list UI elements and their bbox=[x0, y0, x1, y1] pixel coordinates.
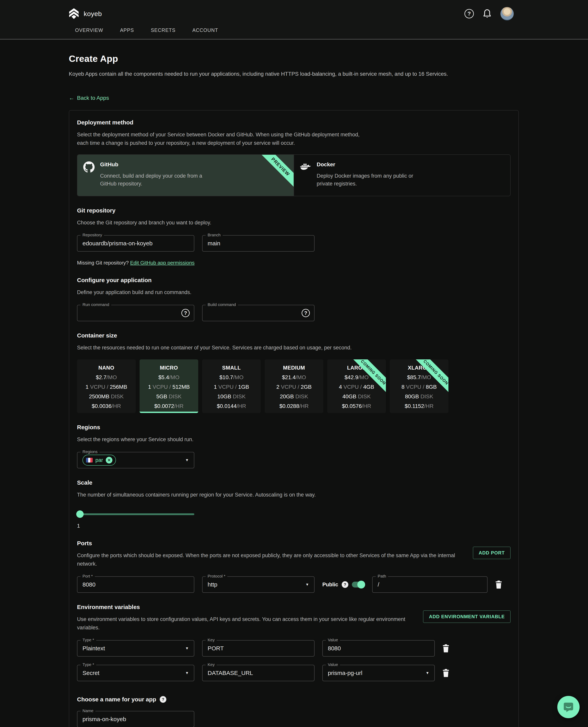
section-git-repository: Git repository Choose the Git repository… bbox=[77, 207, 510, 266]
trash-icon bbox=[443, 644, 449, 652]
run-command-field[interactable]: Run command ? bbox=[77, 305, 194, 321]
path-field[interactable]: Path bbox=[372, 577, 487, 593]
koyeb-logo-icon bbox=[69, 8, 79, 19]
scale-value: 1 bbox=[77, 523, 510, 529]
app-name-input[interactable] bbox=[83, 716, 189, 723]
env-key-input[interactable] bbox=[208, 670, 309, 676]
run-command-label: Run command bbox=[81, 302, 111, 307]
region-chip-label: par bbox=[96, 457, 103, 463]
app-name-field[interactable]: Name bbox=[77, 711, 194, 727]
regions-heading: Regions bbox=[77, 424, 510, 430]
container-size-heading: Container size bbox=[77, 332, 510, 339]
public-help-icon[interactable]: ? bbox=[342, 581, 348, 588]
missing-repo-note: Missing Git repository? Edit GitHub app … bbox=[77, 260, 510, 266]
section-deployment-method: Deployment method Select the deployment … bbox=[77, 119, 510, 196]
add-environment-variable-button[interactable]: ADD ENVIRONMENT VARIABLE bbox=[423, 610, 510, 623]
chat-icon bbox=[563, 701, 574, 713]
delete-port-button[interactable] bbox=[495, 581, 502, 589]
port-field[interactable]: Port * bbox=[77, 577, 194, 593]
back-to-apps-link[interactable]: ← Back to Apps bbox=[69, 95, 109, 101]
toggle-knob bbox=[357, 581, 365, 588]
port-input[interactable] bbox=[83, 581, 189, 588]
ports-heading: Ports bbox=[77, 540, 465, 547]
repository-input[interactable] bbox=[83, 240, 189, 247]
run-command-input[interactable] bbox=[83, 310, 189, 316]
remove-region-icon[interactable]: ✕ bbox=[106, 457, 112, 463]
plan-card-nano[interactable]: NANO $2.7/MO 1 VCPU / 256MB 2500MB DISK … bbox=[77, 359, 136, 413]
intercom-chat-button[interactable] bbox=[557, 696, 580, 718]
plan-card-micro[interactable]: MICRO $5.4/MO 1 VCPU / 512MB 5GB DISK $0… bbox=[140, 359, 198, 413]
env-type-select[interactable]: Type * Plaintext ▼ bbox=[77, 640, 194, 657]
trash-icon bbox=[495, 581, 502, 589]
add-port-button[interactable]: ADD PORT bbox=[473, 547, 510, 559]
env-value-value: prisma-pg-url bbox=[328, 670, 362, 676]
plan-card-medium[interactable]: MEDIUM $21.4/MO 2 VCPU / 2GB 20GB DISK $… bbox=[265, 359, 323, 413]
env-type-label: Type * bbox=[81, 662, 96, 667]
tab-secrets[interactable]: SECRETS bbox=[151, 27, 175, 33]
env-value-label: Value bbox=[326, 662, 340, 667]
slider-handle[interactable] bbox=[76, 510, 84, 518]
env-value-select[interactable]: Value prisma-pg-url ▼ bbox=[322, 665, 435, 681]
env-value-input[interactable] bbox=[328, 645, 429, 652]
configure-heading: Configure your application bbox=[77, 277, 510, 283]
env-type-value: Secret bbox=[83, 670, 100, 676]
env-row: Type * Plaintext ▼ Key Value bbox=[77, 640, 510, 657]
env-key-field[interactable]: Key bbox=[202, 640, 315, 657]
env-key-field[interactable]: Key bbox=[202, 665, 315, 681]
build-command-input[interactable] bbox=[208, 310, 309, 316]
region-chip-par[interactable]: par ✕ bbox=[83, 455, 116, 466]
path-input[interactable] bbox=[378, 581, 482, 588]
plan-card-large[interactable]: LARGE $42.9/MO 4 VCPU / 4GB 40GB DISK $0… bbox=[327, 359, 386, 413]
build-command-label: Build command bbox=[206, 302, 238, 307]
run-command-help-icon[interactable]: ? bbox=[182, 309, 190, 317]
env-type-value: Plaintext bbox=[83, 645, 105, 652]
delete-env-var-button[interactable] bbox=[443, 644, 449, 652]
configure-description: Define your application build and run co… bbox=[77, 288, 510, 297]
public-toggle-group: Public ? bbox=[322, 581, 364, 588]
tab-account[interactable]: ACCOUNT bbox=[192, 27, 218, 33]
docker-method-card[interactable]: Docker Deploy Docker images from any pub… bbox=[294, 155, 510, 196]
back-arrow-icon: ← bbox=[69, 95, 74, 101]
user-avatar[interactable] bbox=[500, 7, 514, 20]
protocol-select[interactable]: Protocol * http ▼ bbox=[202, 577, 315, 593]
delete-env-var-button[interactable] bbox=[443, 669, 449, 677]
deployment-description: Select the deployment method of your Ser… bbox=[77, 130, 366, 147]
section-app-name: Choose a name for your app ? Name CREATE… bbox=[77, 696, 510, 727]
section-regions: Regions Select the regions where your Se… bbox=[77, 424, 510, 468]
koyeb-logo[interactable]: koyeb bbox=[69, 8, 102, 19]
slider-track[interactable] bbox=[77, 513, 194, 515]
env-value-label: Value bbox=[326, 638, 340, 642]
notifications-bell-icon[interactable] bbox=[483, 9, 491, 19]
plan-card-xlarge[interactable]: XLARGE $85.7/MO 8 VCPU / 8GB 80GB DISK $… bbox=[390, 359, 448, 413]
chevron-down-icon: ▼ bbox=[425, 671, 429, 675]
github-method-card[interactable]: GitHub Connect, build and deploy your co… bbox=[78, 155, 294, 196]
page-content: Create App Koyeb Apps contain all the co… bbox=[69, 40, 519, 727]
app-name-help-icon[interactable]: ? bbox=[160, 696, 166, 703]
port-label: Port * bbox=[81, 574, 95, 579]
edit-github-permissions-link[interactable]: Edit GitHub app permissions bbox=[130, 260, 194, 266]
env-value-field[interactable]: Value bbox=[322, 640, 435, 657]
build-command-field[interactable]: Build command ? bbox=[202, 305, 315, 321]
deployment-heading: Deployment method bbox=[77, 119, 510, 126]
preview-ribbon: PREVIEW bbox=[256, 155, 294, 191]
regions-select[interactable]: Regions par ✕ ▼ bbox=[77, 452, 194, 468]
app-name-heading: Choose a name for your app bbox=[77, 696, 156, 703]
plan-card-small[interactable]: SMALL $10.7/MO 1 VCPU / 1GB 10GB DISK $0… bbox=[202, 359, 261, 413]
env-type-select[interactable]: Type * Secret ▼ bbox=[77, 665, 194, 681]
section-configure-application: Configure your application Define your a… bbox=[77, 277, 510, 321]
build-command-help-icon[interactable]: ? bbox=[302, 309, 310, 317]
tab-overview[interactable]: OVERVIEW bbox=[75, 27, 103, 33]
public-toggle[interactable] bbox=[352, 582, 364, 587]
help-icon[interactable]: ? bbox=[464, 9, 474, 18]
env-heading: Environment variables bbox=[77, 604, 423, 610]
scale-slider[interactable] bbox=[77, 510, 194, 518]
branch-field[interactable]: Branch bbox=[202, 235, 315, 251]
env-key-input[interactable] bbox=[208, 645, 309, 652]
create-app-form-panel: Deployment method Select the deployment … bbox=[69, 110, 519, 727]
repository-field[interactable]: Repository bbox=[77, 235, 194, 251]
tab-apps[interactable]: APPS bbox=[120, 27, 134, 33]
branch-input[interactable] bbox=[208, 240, 309, 247]
docker-icon bbox=[300, 161, 311, 189]
public-label: Public bbox=[322, 582, 338, 588]
docker-card-description: Deploy Docker images from any public or … bbox=[317, 172, 428, 188]
